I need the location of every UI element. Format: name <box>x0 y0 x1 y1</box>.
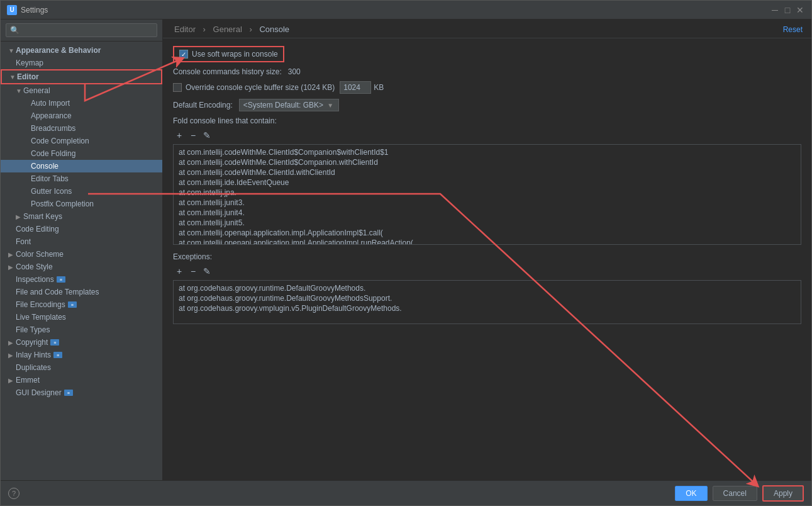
sidebar-item-code-completion[interactable]: Code Completion <box>1 135 162 147</box>
list-item[interactable]: at com.intellij.junit5. <box>174 218 801 228</box>
sidebar-item-label: Font <box>16 237 31 246</box>
sidebar-item-live-templates[interactable]: Live Templates <box>1 311 162 323</box>
badge-icon: ≡ <box>53 352 62 358</box>
history-value: 300 <box>288 67 301 76</box>
fold-toolbar: + − ✎ <box>173 129 801 142</box>
search-input[interactable] <box>6 23 157 37</box>
sidebar-item-duplicates[interactable]: Duplicates <box>1 361 162 374</box>
list-item[interactable]: at com.intellij.junit4. <box>174 208 801 218</box>
sidebar-item-editor-tabs[interactable]: Editor Tabs <box>1 172 162 185</box>
sidebar-item-auto-import[interactable]: Auto Import <box>1 97 162 110</box>
sidebar-item-gutter-icons[interactable]: Gutter Icons <box>1 185 162 198</box>
sidebar-item-label: Color Scheme <box>16 250 64 259</box>
arrow-icon <box>23 163 31 170</box>
arrow-icon <box>8 327 16 334</box>
list-item[interactable]: at com.intellij.codeWithMe.ClientId$Comp… <box>174 157 801 167</box>
list-item[interactable]: at com.intellij.jpa. <box>174 188 801 198</box>
window-controls: ─ □ ✕ <box>770 5 805 15</box>
list-item[interactable]: at org.codehaus.groovy.vmplugin.v5.Plugi… <box>174 303 801 313</box>
arrow-icon <box>23 138 31 145</box>
list-item[interactable]: at org.codehaus.groovy.runtime.DefaultGr… <box>174 293 801 303</box>
arrow-icon: ▶ <box>8 377 16 384</box>
sidebar-item-general[interactable]: ▼ General <box>1 84 162 97</box>
sidebar-item-code-editing[interactable]: Code Editing <box>1 223 162 235</box>
sidebar-item-label: File Types <box>16 325 50 334</box>
sidebar-search-bar <box>1 20 162 42</box>
sidebar-item-file-types[interactable]: File Types <box>1 323 162 336</box>
sidebar-item-keymap[interactable]: Keymap <box>1 57 162 69</box>
sidebar-item-file-code-templates[interactable]: File and Code Templates <box>1 286 162 298</box>
list-item[interactable]: at com.intellij.codeWithMe.ClientId.with… <box>174 167 801 177</box>
fold-edit-button[interactable]: ✎ <box>201 129 213 142</box>
exceptions-toolbar: + − ✎ <box>173 265 801 278</box>
sidebar-item-label: Code Style <box>16 262 53 271</box>
sidebar-item-label: Auto Import <box>31 99 70 108</box>
exceptions-add-button[interactable]: + <box>173 265 186 278</box>
soft-wraps-row: ✓ Use soft wraps in console <box>173 46 801 62</box>
sidebar-item-copyright[interactable]: ▶ Copyright ≡ <box>1 336 162 349</box>
ok-button[interactable]: OK <box>675 486 707 501</box>
sidebar-item-console[interactable]: Console <box>1 160 162 172</box>
sidebar-item-appearance-behavior[interactable]: ▼ Appearance & Behavior <box>1 44 162 57</box>
sidebar-item-code-folding[interactable]: Code Folding <box>1 147 162 160</box>
sidebar-item-label: Inspections <box>16 275 54 284</box>
sidebar-item-gui-designer[interactable]: GUI Designer ≡ <box>1 386 162 399</box>
sidebar-item-inlay-hints[interactable]: ▶ Inlay Hints ≡ <box>1 349 162 361</box>
override-checkbox[interactable] <box>173 83 182 92</box>
apply-button[interactable]: Apply <box>762 485 804 502</box>
list-item[interactable]: at com.intellij.openapi.application.impl… <box>174 228 801 238</box>
fold-remove-button[interactable]: − <box>187 129 199 142</box>
content-header: Editor › General › Console Reset <box>163 20 811 38</box>
arrow-icon <box>23 125 31 132</box>
arrow-icon <box>8 364 16 371</box>
sidebar-item-label: Smart Keys <box>23 212 62 221</box>
soft-wraps-checkbox[interactable]: ✓ <box>179 50 188 59</box>
list-item[interactable]: at org.codehaus.groovy.runtime.DefaultGr… <box>174 283 801 293</box>
arrow-icon <box>23 100 31 107</box>
sidebar-item-label: Appearance & Behavior <box>16 46 101 55</box>
arrow-icon <box>23 113 31 120</box>
sidebar-item-label: Emmet <box>16 376 40 385</box>
sidebar-item-label: Code Editing <box>16 225 59 233</box>
arrow-icon <box>8 289 16 296</box>
breadcrumb-editor: Editor <box>174 25 196 34</box>
cancel-button[interactable]: Cancel <box>713 486 757 501</box>
badge-icon: ≡ <box>57 276 65 283</box>
list-item[interactable]: at com.intellij.codeWithMe.ClientId$Comp… <box>174 147 801 157</box>
sidebar-item-font[interactable]: Font <box>1 235 162 248</box>
sidebar-item-appearance[interactable]: Appearance <box>1 110 162 122</box>
sidebar-item-emmet[interactable]: ▶ Emmet <box>1 374 162 386</box>
sidebar-item-file-encodings[interactable]: File Encodings ≡ <box>1 298 162 311</box>
list-item[interactable]: at com.intellij.ide.IdeEventQueue <box>174 177 801 188</box>
maximize-button[interactable]: □ <box>782 5 793 15</box>
encoding-dropdown[interactable]: <System Default: GBK> ▼ <box>239 99 339 111</box>
bottom-bar: ? OK Cancel Apply <box>1 480 811 505</box>
override-value-input[interactable] <box>340 81 371 94</box>
badge-icon: ≡ <box>68 301 77 308</box>
minimize-button[interactable]: ─ <box>770 5 780 15</box>
sidebar-item-color-scheme[interactable]: ▶ Color Scheme <box>1 248 162 261</box>
sidebar-item-inspections[interactable]: Inspections ≡ <box>1 273 162 286</box>
sidebar-item-smart-keys[interactable]: ▶ Smart Keys <box>1 210 162 223</box>
history-size-row: Console commands history size: 300 <box>173 67 801 76</box>
exceptions-label: Exceptions: <box>173 252 801 261</box>
sidebar-item-label: Copyright <box>16 338 48 347</box>
sidebar-item-breadcrumbs[interactable]: Breadcrumbs <box>1 122 162 135</box>
sidebar-item-editor[interactable]: ▼ Editor <box>1 69 162 84</box>
fold-add-button[interactable]: + <box>173 129 186 142</box>
exceptions-edit-button[interactable]: ✎ <box>201 265 213 278</box>
help-button[interactable]: ? <box>8 488 19 499</box>
content-pane: Editor › General › Console Reset ✓ <box>163 20 811 480</box>
breadcrumb-general: General <box>213 25 242 34</box>
content-body: ✓ Use soft wraps in console Console comm… <box>163 38 811 480</box>
close-button[interactable]: ✕ <box>795 5 805 15</box>
list-item[interactable]: at com.intellij.junit3. <box>174 198 801 208</box>
reset-button[interactable]: Reset <box>783 25 803 34</box>
exceptions-remove-button[interactable]: − <box>187 265 199 278</box>
arrow-icon: ▶ <box>8 352 16 359</box>
sidebar-item-code-style[interactable]: ▶ Code Style <box>1 261 162 273</box>
list-item[interactable]: at com.intellij.openapi.application.impl… <box>174 238 801 245</box>
sidebar-item-label: General <box>23 86 50 95</box>
sidebar-item-postfix-completion[interactable]: Postfix Completion <box>1 198 162 210</box>
override-unit: KB <box>374 83 384 92</box>
